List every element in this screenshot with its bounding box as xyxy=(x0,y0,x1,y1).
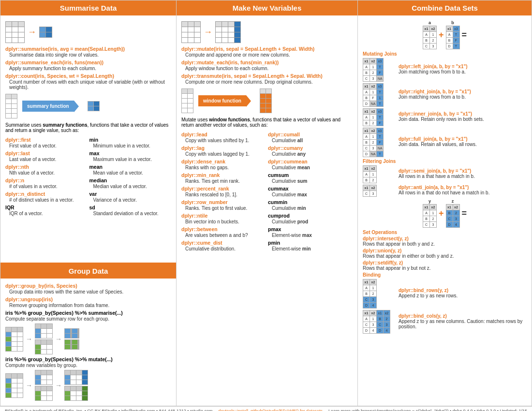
func-dplyr-nth: dplyr::nth Nth value of a vector. xyxy=(5,164,88,176)
group-pipe-visual-2: → → xyxy=(5,370,171,401)
summarise-desc2: Apply summary function to each column. xyxy=(9,66,171,71)
wf-cummax: cummax Cumulative max xyxy=(268,186,353,197)
mutate-output-grid xyxy=(215,21,241,43)
func-min: min Minimum value in a vector. xyxy=(89,137,172,148)
pipe-arrow-2: → xyxy=(55,335,62,343)
left-column: Summarise Data → dplyr::summarise(iris, … xyxy=(0,0,177,406)
gp-results xyxy=(64,328,79,350)
wf-row-number: dplyr::row_number Ranks. Ties got to fir… xyxy=(181,199,266,211)
gp-input xyxy=(5,327,23,352)
mutating-joins-title: Mutating Joins xyxy=(363,51,527,57)
summarise-desc1: Summarise data into single row of values… xyxy=(9,52,171,58)
join-top-diagram: a x1x2 A1 B2 C3 + b x1x3 AT BF DT xyxy=(363,20,527,49)
group-code2: dplyr::ungroup(iris) xyxy=(5,296,171,302)
summarise-code1: dplyr::summarise(iris, avg = mean(Sepal.… xyxy=(5,46,171,52)
func-var: var Variance of a vector. xyxy=(89,191,172,203)
set-z-table: z x1x2 B2 C3 D4 xyxy=(446,199,460,228)
func-dplyr-first: dplyr::first First value of a vector. xyxy=(5,137,88,148)
wf-pmin: pmin Element-wise min xyxy=(268,240,353,251)
summarise-body: → dplyr::summarise(iris, avg = mean(Sepa… xyxy=(0,15,176,263)
wf-cumall: dplyr::cumall Cumulative all xyxy=(268,132,353,143)
pipe-arrow-3: → xyxy=(26,382,32,389)
right-column: Combine Data Sets a x1x2 A1 B2 C3 + b xyxy=(358,0,532,406)
mutate-code1: dplyr::mutate(iris, sepal = Sepal.Length… xyxy=(181,46,353,52)
func-mean: mean Mean value of a vector. xyxy=(89,164,172,176)
group-desc1: Group data into rows with the same value… xyxy=(9,289,171,294)
footer-left: RStudio® is a trademark of RStudio, Inc.… xyxy=(5,409,212,411)
wf-lead: dplyr::lead Copy with values shifted by … xyxy=(181,132,266,143)
gm-input xyxy=(5,373,23,398)
summary-function-diagram: summary function xyxy=(5,94,171,118)
mutate-desc3: Compute one or more new columns. Drop or… xyxy=(185,79,353,85)
full-join-visual: x1x2x3 A1T B2F C3NA DNAT xyxy=(363,127,397,157)
wfuncs-col2: dplyr::cumall Cumulative all dplyr::cuma… xyxy=(268,130,353,253)
gm-result1 xyxy=(64,370,88,385)
bind-rows-row: x1x2 A1 B2 C3 D4 dplyr::bind_rows(y, z) … xyxy=(363,279,527,308)
anti-join-visual: x1x2 C3 xyxy=(363,184,397,197)
right-join-visual: x1x2x3 A1T BF1 DNAT xyxy=(363,83,397,107)
setdiff-row: dplyr::setdiff(y, z) Rows that appear in… xyxy=(363,260,527,271)
wf-dense-rank: dplyr::dense_rank Ranks with no gaps. xyxy=(181,159,266,170)
wf-cume-dist: dplyr::cume_dist Cumulative distribution… xyxy=(181,240,266,251)
group-desc2: Remove grouping information from data fr… xyxy=(9,303,171,308)
pipe2-code: iris %>% group_by(Species) %>% mutate(..… xyxy=(5,356,171,362)
summarise-desc3: Count number of rows with each unique va… xyxy=(9,79,171,90)
pipe2-desc: Compute new variables by group. xyxy=(5,363,171,368)
gm-groups xyxy=(35,370,53,401)
window-function-diagram: window function xyxy=(181,88,353,113)
output-grid xyxy=(39,27,52,38)
input-grid xyxy=(5,21,25,43)
summarise-arrow: → xyxy=(28,27,36,37)
mutate-input-grid xyxy=(181,21,201,43)
set-ops-diagram: y x1x2 A1 B2 C3 + z x1x2 B2 C3 D4 xyxy=(363,199,527,228)
pipe-arrow-4: → xyxy=(55,382,62,389)
functions-two-col: dplyr::first First value of a vector. dp… xyxy=(5,135,171,218)
gp-group1 xyxy=(35,323,53,338)
gp-result1 xyxy=(64,328,79,338)
semi-join-row: x1x2 A1 B2 dplyr::semi_join(a, b, by = "… xyxy=(363,165,527,183)
bind-rows-text: dplyr::bind_rows(y, z) Append z to y as … xyxy=(399,288,458,299)
bind-cols-row: x1x2x1x2 A1B2 C3C3 D4D4 dplyr::bind_cols… xyxy=(363,309,527,334)
pipe1-desc: Compute separate summary row for each gr… xyxy=(5,316,171,322)
semi-join-visual: x1x2 A1 B2 xyxy=(363,165,397,183)
functions-col1: dplyr::first First value of a vector. dp… xyxy=(5,135,88,218)
equals-icon: = xyxy=(462,30,467,40)
full-join-row: x1x2x3 A1T B2F C3NA DNAT dplyr::full_joi… xyxy=(363,127,527,157)
plus-icon: + xyxy=(439,30,444,40)
filtering-joins-title: Filtering Joins xyxy=(363,159,527,164)
wfuncs-col1: dplyr::lead Copy with values shifted by … xyxy=(181,130,266,253)
bind-rows-visual: x1x2 A1 B2 C3 D4 xyxy=(363,279,397,308)
set-operations-title: Set Operations xyxy=(363,230,527,235)
func-sd: sd Standard deviation of a vector. xyxy=(89,205,172,216)
footer-right: Learn more with browseVignettes(package … xyxy=(328,409,527,411)
left-join-visual: x1x2x3 A1T B2F C3NA xyxy=(363,58,397,82)
wf-cumprod: cumprod Cumulative prod xyxy=(268,213,353,224)
right-join-row: x1x2x3 A1T BF1 DNAT dplyr::right_join(a,… xyxy=(363,83,527,107)
set-y-table: y x1x2 A1 B2 C3 xyxy=(423,199,437,228)
wf-min-rank: dplyr::min_rank Ranks. Ties get min rank… xyxy=(181,172,266,184)
binding-title: Binding xyxy=(363,272,527,278)
semi-join-text: dplyr::semi_join(a, b, by = "x1") All ro… xyxy=(399,168,475,180)
join-a-table: a x1x2 A1 B2 C3 xyxy=(423,20,437,49)
summarise-header: Summarise Data xyxy=(0,0,176,15)
window-output-grid xyxy=(260,88,272,113)
func-max: max Maximum value in a vector. xyxy=(89,150,172,162)
gp-result2 xyxy=(64,339,79,350)
summary-function-box: summary function xyxy=(22,101,74,112)
wf-percent-rank: dplyr::percent_rank Ranks rescaled to [0… xyxy=(181,186,266,197)
gp-groups xyxy=(35,323,53,354)
wf-cumsum: cumsum Cumulative sum xyxy=(268,172,353,184)
bind-cols-visual: x1x2x1x2 A1B2 C3C3 D4D4 xyxy=(363,309,397,334)
bind-cols-text: dplyr::bind_cols(y, z) Append z to y as … xyxy=(399,313,527,330)
left-join-text: dplyr::left_join(a, b, by = "x1") Join m… xyxy=(399,64,468,75)
inner-join-visual: x1x2x3 A1T B2F xyxy=(363,108,397,126)
footer-mid: devtools::install_github("rstudio/EDAWR"… xyxy=(218,409,323,411)
inner-join-text: dplyr::inner_join(a, b, by = "x1") Join … xyxy=(399,111,484,123)
window-input-grid xyxy=(181,88,193,113)
wf-cummean: dplyr::cummean Cumulative mean xyxy=(268,159,353,170)
summarise-explanation: Summarise uses summary functions, functi… xyxy=(5,122,171,133)
gm-result2 xyxy=(64,386,88,401)
intersect-row: dplyr::intersect(y, z) Rows that appear … xyxy=(363,236,527,247)
summary-output-grid xyxy=(88,101,100,111)
mid-column: Make New Variables → dplyr xyxy=(177,0,358,406)
